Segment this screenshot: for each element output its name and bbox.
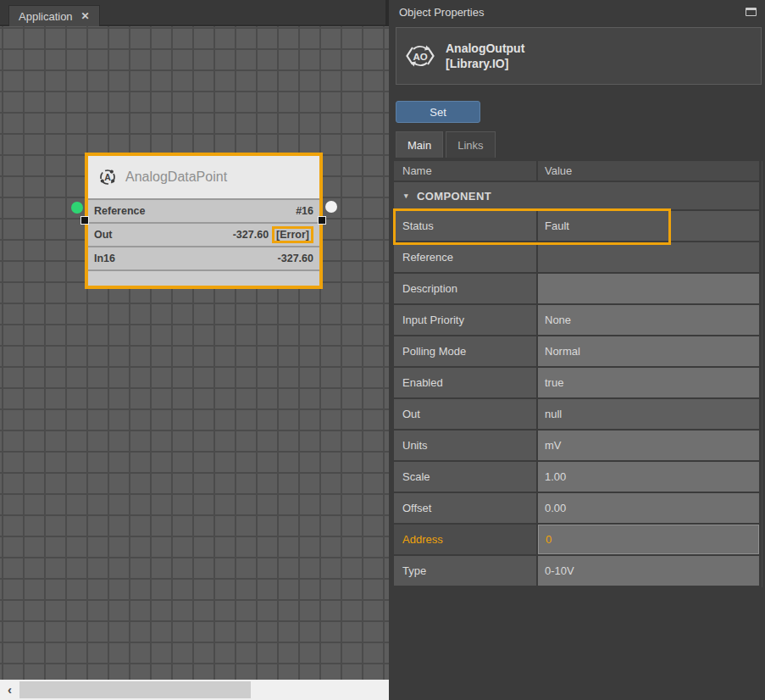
property-name: Address [394, 525, 536, 554]
property-name: Status [394, 211, 536, 241]
canvas-tab-bar: Application ✕ [0, 0, 385, 26]
property-value[interactable]: 0-10V [538, 556, 759, 586]
panel-title-bar: Object Properties [392, 0, 765, 24]
property-row-units[interactable]: Units mV [394, 431, 759, 460]
horizontal-scrollbar[interactable]: ‹ [0, 680, 389, 700]
node-row-value: -327.60 [233, 229, 269, 241]
property-name: Reference [394, 242, 536, 272]
property-name: Polling Mode [394, 336, 536, 366]
panel-title: Object Properties [399, 6, 484, 19]
property-name: Scale [394, 462, 536, 492]
app-window: Application ✕ A AnalogDataPoint Referenc… [0, 0, 765, 700]
property-row-offset[interactable]: Offset 0.00 [394, 493, 759, 523]
property-row-address[interactable]: Address 0 [394, 525, 759, 554]
property-row-polling-mode[interactable]: Polling Mode Normal [394, 336, 759, 366]
input-port-connected[interactable] [71, 202, 83, 214]
property-value[interactable] [538, 242, 759, 272]
property-table: Name Value ▾ COMPONENT Status Fault Refe… [394, 161, 759, 587]
node-row-label: Reference [94, 205, 145, 217]
node-row-in16[interactable]: In16 -327.60 [88, 246, 319, 269]
node-row-value: -327.60 [278, 253, 313, 264]
property-name: Type [394, 556, 536, 586]
property-name: Enabled [394, 368, 536, 397]
minimize-panel-icon[interactable] [746, 8, 757, 16]
property-name: Units [394, 431, 536, 460]
property-row-status[interactable]: Status Fault [394, 211, 759, 241]
property-value[interactable]: null [538, 399, 759, 429]
property-value[interactable]: Fault [538, 211, 759, 241]
tab-application-label: Application [19, 10, 73, 23]
property-name: Description [394, 274, 536, 303]
node-row-label: Out [94, 229, 113, 241]
panel-scrollbar-track[interactable] [762, 161, 762, 587]
node-resize-handle-right[interactable] [318, 216, 326, 225]
property-value[interactable]: mV [538, 431, 759, 460]
tab-links[interactable]: Links [446, 131, 495, 158]
property-row-out[interactable]: Out null [394, 399, 759, 429]
node-row-value: #16 [296, 205, 313, 217]
output-port[interactable] [325, 201, 337, 213]
node-footer [88, 269, 319, 286]
wire-sheet-grid[interactable] [0, 26, 389, 680]
diagram-canvas-area: Application ✕ A AnalogDataPoint Referenc… [0, 0, 389, 700]
property-row-type[interactable]: Type 0-10V [394, 556, 759, 586]
object-header-card: AO AnalogOutput [Library.IO] [396, 27, 762, 85]
tab-application[interactable]: Application ✕ [8, 5, 100, 26]
column-header-name: Name [394, 161, 536, 181]
node-row-reference[interactable]: Reference #16 [88, 198, 319, 222]
property-value[interactable]: 0.00 [538, 493, 759, 523]
property-value[interactable]: None [538, 305, 759, 335]
group-row-component[interactable]: ▾ COMPONENT [394, 182, 759, 209]
property-row-input-priority[interactable]: Input Priority None [394, 305, 759, 335]
svg-text:A: A [104, 172, 111, 182]
property-row-enabled[interactable]: Enabled true [394, 368, 759, 397]
column-header-value: Value [538, 161, 759, 181]
object-identity: AnalogOutput [Library.IO] [446, 41, 524, 71]
scrollbar-thumb[interactable] [19, 681, 251, 698]
property-name: Offset [394, 493, 536, 523]
property-tabs: Main Links [396, 131, 496, 158]
property-row-description[interactable]: Description [394, 274, 759, 303]
node-resize-handle-left[interactable] [80, 216, 89, 225]
property-value[interactable] [538, 274, 759, 303]
object-properties-panel: Object Properties AO AnalogOutput [Libra… [392, 0, 765, 700]
property-value-editing[interactable]: 0 [538, 525, 759, 554]
collapse-arrow-icon[interactable]: ▾ [404, 192, 408, 200]
object-library: [Library.IO] [446, 56, 524, 71]
property-name: Input Priority [394, 305, 536, 335]
table-header-row: Name Value [394, 161, 759, 181]
close-icon[interactable]: ✕ [81, 11, 90, 21]
node-row-label: In16 [94, 253, 115, 264]
property-value[interactable]: true [538, 368, 759, 397]
svg-text:AO: AO [413, 52, 427, 62]
tab-main[interactable]: Main [396, 131, 443, 158]
error-badge: [Error] [272, 226, 313, 243]
property-value[interactable]: 1.00 [538, 462, 759, 492]
property-name: Out [394, 399, 536, 429]
set-button[interactable]: Set [396, 101, 480, 123]
node-row-out[interactable]: Out -327.60 [Error] [88, 222, 319, 246]
node-analogdatapoint[interactable]: A AnalogDataPoint Reference #16 Out -327… [85, 153, 323, 289]
group-label: COMPONENT [417, 190, 491, 203]
object-type-name: AnalogOutput [446, 41, 524, 56]
property-row-scale[interactable]: Scale 1.00 [394, 462, 759, 492]
node-header[interactable]: A AnalogDataPoint [88, 156, 319, 198]
scroll-left-arrow-icon[interactable]: ‹ [3, 681, 17, 698]
property-value[interactable]: Normal [538, 336, 759, 366]
analog-point-icon: A [98, 168, 117, 186]
node-title: AnalogDataPoint [125, 169, 227, 185]
analog-output-icon: AO [405, 41, 435, 71]
property-row-reference[interactable]: Reference [394, 242, 759, 272]
